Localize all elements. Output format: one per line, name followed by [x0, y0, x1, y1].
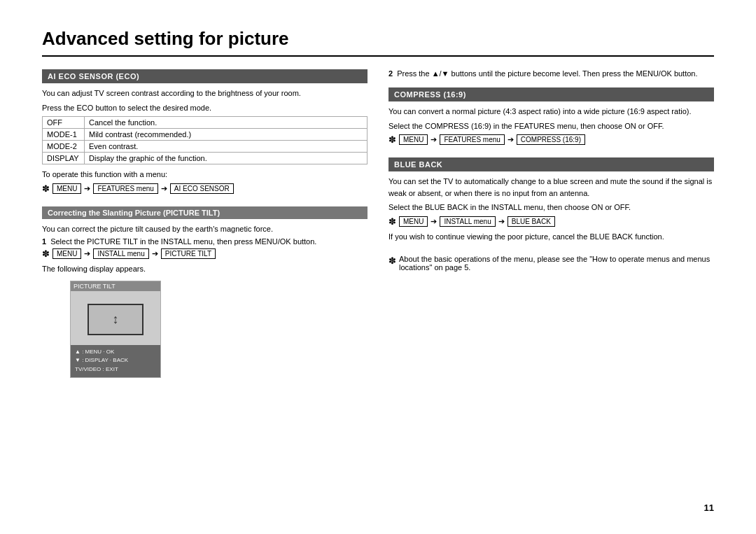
- picture-tilt-header: Correcting the Slanting Picture (PICTURE…: [42, 206, 368, 219]
- diagram-control-item: ▲ : MENU · OK: [75, 348, 156, 357]
- left-column: AI ECO SENSOR (ECO) You can adjust TV sc…: [42, 69, 368, 391]
- blue-back-para1: You can set the TV to automatically chan…: [388, 176, 714, 199]
- tilt-step1-text: Select the PICTURE TILT in the INSTALL m…: [50, 237, 368, 246]
- blue-back-para2: Select the BLUE BACK in the INSTALL menu…: [388, 202, 714, 213]
- diagram-screen: ↕: [88, 304, 144, 335]
- diagram-control-item: ▼ : DISPLAY · BACK: [75, 356, 156, 365]
- eco-para2: Press the ECO button to select the desir…: [42, 102, 368, 114]
- blue-back-menu-item-3: BLUE BACK: [507, 216, 555, 227]
- tilt-menu-item-1: MENU: [52, 248, 81, 259]
- eco-desc-cell: Mild contrast (recommended.): [85, 129, 368, 141]
- eco-menu-item-2: FEATURES menu: [93, 183, 158, 194]
- eco-mode-cell: OFF: [43, 117, 85, 129]
- blue-back-menu-path: ✽ MENU ➔ INSTALL menu ➔ BLUE BACK: [388, 216, 714, 227]
- section-compress: COMPRESS (16:9) You can convert a normal…: [388, 87, 714, 145]
- picture-tilt-diagram: PICTURE TILT ↕ ▲ : MENU · OK▼ : DISPLAY …: [70, 281, 161, 378]
- eco-menu-label: To operate this function with a menu:: [42, 169, 368, 181]
- eco-asterisk: ✽: [42, 184, 50, 193]
- compress-menu-path: ✽ MENU ➔ FEATURES menu ➔ COMPRESS (16:9): [388, 134, 714, 145]
- note-text: About the basic operations of the menu, …: [399, 255, 714, 272]
- step2-num: 2: [388, 69, 393, 78]
- compress-para2: Select the COMPRESS (16:9) in the FEATUR…: [388, 120, 714, 132]
- eco-table-row: OFFCancel the function.: [43, 117, 368, 129]
- blue-back-menu-item-1: MENU: [399, 216, 428, 227]
- blue-back-asterisk: ✽: [388, 217, 396, 226]
- compress-para1: You can convert a normal picture (4:3 as…: [388, 106, 714, 118]
- diagram-controls: ▲ : MENU · OK▼ : DISPLAY · BACKTV/VIDEO …: [71, 345, 160, 377]
- tilt-asterisk: ✽: [42, 249, 50, 258]
- diagram-control-item: TV/VIDEO : EXIT: [75, 365, 156, 374]
- tilt-menu-item-2: INSTALL menu: [93, 248, 148, 259]
- section-ai-eco-header: AI ECO SENSOR (ECO): [42, 69, 368, 83]
- tilt-menu-item-3: PICTURE TILT: [161, 248, 216, 259]
- compress-menu-item-2: FEATURES menu: [440, 134, 504, 145]
- eco-menu-item-3: AI ECO SENSOR: [170, 183, 234, 194]
- eco-mode-cell: DISPLAY: [43, 153, 85, 164]
- eco-table-row: DISPLAYDisplay the graphic of the functi…: [43, 153, 368, 164]
- tilt-step1-num: 1: [42, 237, 46, 246]
- right-column: 2 Press the ▲/▼ buttons until the pictur…: [388, 69, 714, 391]
- page-title: Advanced setting for picture: [42, 28, 714, 57]
- eco-table-row: MODE-2Even contrast.: [43, 141, 368, 153]
- section-picture-tilt: Correcting the Slanting Picture (PICTURE…: [42, 206, 368, 378]
- tilt-following: The following display appears.: [42, 263, 368, 275]
- compress-header: COMPRESS (16:9): [388, 87, 714, 101]
- eco-menu-item-1: MENU: [52, 183, 81, 194]
- diagram-title: PICTURE TILT: [71, 281, 160, 291]
- compress-menu-item-3: COMPRESS (16:9): [517, 134, 585, 145]
- section-ai-eco: AI ECO SENSOR (ECO) You can adjust TV sc…: [42, 69, 368, 194]
- eco-desc-cell: Display the graphic of the function.: [85, 153, 368, 164]
- eco-mode-cell: MODE-1: [43, 129, 85, 141]
- blue-back-para3: If you wish to continue viewing the poor…: [388, 231, 714, 243]
- blue-back-menu-item-2: INSTALL menu: [440, 216, 495, 227]
- tilt-step1: 1 Select the PICTURE TILT in the INSTALL…: [42, 237, 368, 246]
- section-blue-back: BLUE BACK You can set the TV to automati…: [388, 157, 714, 242]
- eco-desc-cell: Cancel the function.: [85, 117, 368, 129]
- page-number: 11: [704, 503, 714, 513]
- eco-para1: You can adjust TV screen contrast accord…: [42, 87, 368, 99]
- eco-table-row: MODE-1Mild contrast (recommended.): [43, 129, 368, 141]
- eco-modes-table: OFFCancel the function.MODE-1Mild contra…: [42, 116, 368, 164]
- tilt-menu-path: ✽ MENU ➔ INSTALL menu ➔ PICTURE TILT: [42, 248, 368, 259]
- step2-text: Press the ▲/▼ buttons until the picture …: [397, 69, 714, 78]
- tilt-para1: You can correct the picture tilt caused …: [42, 223, 368, 235]
- eco-desc-cell: Even contrast.: [85, 141, 368, 153]
- compress-menu-item-1: MENU: [399, 134, 428, 145]
- eco-menu-path: ✽ MENU ➔ FEATURES menu ➔ AI ECO SENSOR: [42, 183, 368, 194]
- note-section: ✽ About the basic operations of the menu…: [388, 255, 714, 272]
- blue-back-header: BLUE BACK: [388, 157, 714, 171]
- eco-mode-cell: MODE-2: [43, 141, 85, 153]
- step2-container: 2 Press the ▲/▼ buttons until the pictur…: [388, 69, 714, 78]
- compress-asterisk: ✽: [388, 135, 396, 144]
- note-container: ✽ About the basic operations of the menu…: [388, 255, 714, 272]
- note-asterisk: ✽: [388, 255, 396, 272]
